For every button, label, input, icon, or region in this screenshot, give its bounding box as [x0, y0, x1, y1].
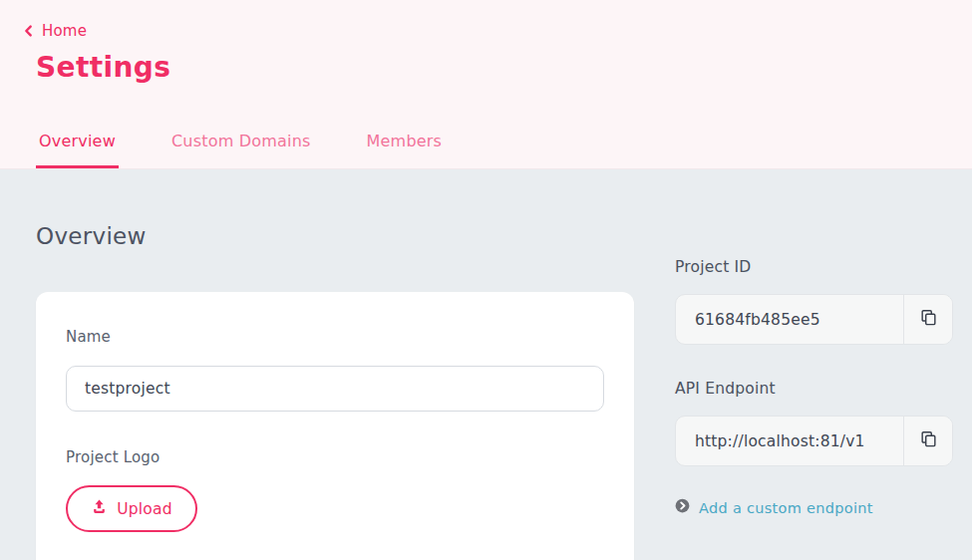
project-name-input[interactable] — [66, 366, 604, 412]
breadcrumb-label: Home — [42, 22, 87, 40]
tab-overview[interactable]: Overview — [36, 132, 119, 168]
add-custom-endpoint-label: Add a custom endpoint — [699, 500, 873, 516]
upload-logo-button[interactable]: Upload — [66, 485, 197, 532]
api-endpoint-value: http://localhost:81/v1 — [676, 417, 903, 465]
copy-icon — [919, 308, 938, 331]
chevron-circle-right-icon — [675, 498, 690, 517]
name-label: Name — [66, 328, 604, 346]
api-endpoint-label: API Endpoint — [675, 380, 776, 398]
project-settings-card: Name Project Logo Upload — [36, 292, 634, 560]
add-custom-endpoint-link[interactable]: Add a custom endpoint — [675, 498, 873, 517]
project-id-field: 61684fb485ee5 — [675, 294, 953, 345]
settings-tabs: Overview Custom Domains Members — [36, 132, 494, 168]
upload-button-label: Upload — [117, 500, 172, 518]
page-header: Home Settings Overview Custom Domains Me… — [0, 0, 972, 169]
project-logo-label: Project Logo — [66, 448, 604, 466]
section-title: Overview — [36, 223, 147, 249]
copy-icon — [919, 429, 938, 452]
tab-members[interactable]: Members — [364, 132, 446, 168]
settings-content: Overview Name Project Logo Upload Projec… — [0, 169, 972, 560]
copy-api-endpoint-button[interactable] — [903, 417, 952, 465]
upload-icon — [91, 498, 108, 519]
project-id-value: 61684fb485ee5 — [676, 295, 903, 344]
breadcrumb-home-link[interactable]: Home — [22, 22, 87, 40]
api-endpoint-field: http://localhost:81/v1 — [675, 416, 953, 466]
copy-project-id-button[interactable] — [903, 295, 952, 344]
chevron-left-icon — [22, 24, 35, 38]
page-title: Settings — [36, 51, 170, 84]
tab-custom-domains[interactable]: Custom Domains — [168, 132, 314, 168]
project-id-label: Project ID — [675, 258, 751, 276]
